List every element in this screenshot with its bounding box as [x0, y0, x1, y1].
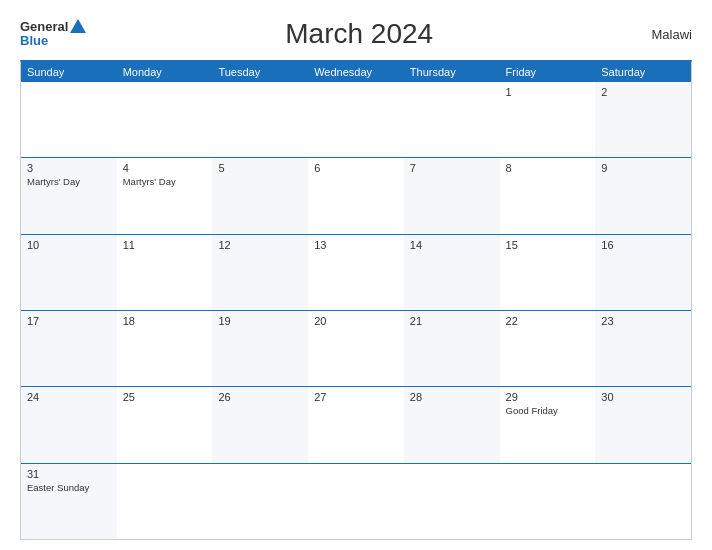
day-number: 15: [506, 239, 590, 251]
day-event: Martyrs' Day: [123, 176, 207, 187]
day-cell: [212, 82, 308, 157]
day-cell: 3Martyrs' Day: [21, 158, 117, 233]
day-cell: 4Martyrs' Day: [117, 158, 213, 233]
day-event: Martyrs' Day: [27, 176, 111, 187]
day-number: 20: [314, 315, 398, 327]
day-cell: 31Easter Sunday: [21, 464, 117, 539]
day-cell: 23: [595, 311, 691, 386]
day-number: 19: [218, 315, 302, 327]
day-cell: 26: [212, 387, 308, 462]
weeks: 123Martyrs' Day4Martyrs' Day567891011121…: [21, 82, 691, 539]
week-row: 242526272829Good Friday30: [21, 386, 691, 462]
header: General Blue March 2024 Malawi: [20, 18, 692, 50]
day-number: 31: [27, 468, 111, 480]
day-cell: 15: [500, 235, 596, 310]
day-cell: [595, 464, 691, 539]
logo-blue: Blue: [20, 34, 86, 48]
logo-general: General: [20, 20, 68, 34]
day-number: 5: [218, 162, 302, 174]
day-cell: 21: [404, 311, 500, 386]
day-cell: 10: [21, 235, 117, 310]
day-number: 10: [27, 239, 111, 251]
day-cell: [404, 464, 500, 539]
week-row: 10111213141516: [21, 234, 691, 310]
day-number: 14: [410, 239, 494, 251]
day-cell: 24: [21, 387, 117, 462]
day-cell: 12: [212, 235, 308, 310]
day-number: 11: [123, 239, 207, 251]
day-header: Thursday: [404, 62, 500, 82]
day-number: 6: [314, 162, 398, 174]
day-cell: 1: [500, 82, 596, 157]
day-cell: [21, 82, 117, 157]
day-cell: [117, 82, 213, 157]
day-number: 17: [27, 315, 111, 327]
page: General Blue March 2024 Malawi SundayMon…: [0, 0, 712, 550]
day-number: 8: [506, 162, 590, 174]
day-cell: [404, 82, 500, 157]
day-number: 25: [123, 391, 207, 403]
day-header: Monday: [117, 62, 213, 82]
day-number: 24: [27, 391, 111, 403]
day-cell: 5: [212, 158, 308, 233]
day-header: Wednesday: [308, 62, 404, 82]
day-number: 21: [410, 315, 494, 327]
day-header: Saturday: [595, 62, 691, 82]
logo-block: General Blue: [20, 20, 86, 49]
day-cell: 28: [404, 387, 500, 462]
day-number: 2: [601, 86, 685, 98]
day-cell: 7: [404, 158, 500, 233]
day-event: Easter Sunday: [27, 482, 111, 493]
day-cell: [308, 82, 404, 157]
calendar: SundayMondayTuesdayWednesdayThursdayFrid…: [20, 60, 692, 540]
day-number: 7: [410, 162, 494, 174]
day-number: 12: [218, 239, 302, 251]
day-number: 28: [410, 391, 494, 403]
day-cell: 11: [117, 235, 213, 310]
day-number: 22: [506, 315, 590, 327]
day-cell: 19: [212, 311, 308, 386]
day-cell: [500, 464, 596, 539]
day-number: 9: [601, 162, 685, 174]
day-cell: 17: [21, 311, 117, 386]
day-cell: 29Good Friday: [500, 387, 596, 462]
day-number: 23: [601, 315, 685, 327]
day-header: Tuesday: [212, 62, 308, 82]
country-label: Malawi: [632, 27, 692, 42]
calendar-title: March 2024: [86, 18, 632, 50]
day-cell: 8: [500, 158, 596, 233]
day-number: 18: [123, 315, 207, 327]
day-number: 27: [314, 391, 398, 403]
week-row: 3Martyrs' Day4Martyrs' Day56789: [21, 157, 691, 233]
day-cell: 13: [308, 235, 404, 310]
day-headers: SundayMondayTuesdayWednesdayThursdayFrid…: [21, 62, 691, 82]
week-row: 12: [21, 82, 691, 157]
day-number: 30: [601, 391, 685, 403]
day-cell: 30: [595, 387, 691, 462]
day-cell: 9: [595, 158, 691, 233]
logo-top-row: General: [20, 20, 86, 34]
day-cell: 20: [308, 311, 404, 386]
day-cell: 25: [117, 387, 213, 462]
day-cell: [212, 464, 308, 539]
day-cell: 22: [500, 311, 596, 386]
logo: General Blue: [20, 20, 86, 49]
logo-triangle-icon: [70, 19, 86, 33]
week-row: 17181920212223: [21, 310, 691, 386]
day-cell: 27: [308, 387, 404, 462]
day-number: 16: [601, 239, 685, 251]
day-cell: 2: [595, 82, 691, 157]
day-cell: 6: [308, 158, 404, 233]
day-number: 13: [314, 239, 398, 251]
day-header: Sunday: [21, 62, 117, 82]
day-cell: 16: [595, 235, 691, 310]
day-number: 4: [123, 162, 207, 174]
day-number: 3: [27, 162, 111, 174]
day-cell: 14: [404, 235, 500, 310]
week-row: 31Easter Sunday: [21, 463, 691, 539]
day-number: 26: [218, 391, 302, 403]
day-number: 29: [506, 391, 590, 403]
day-number: 1: [506, 86, 590, 98]
day-header: Friday: [500, 62, 596, 82]
day-event: Good Friday: [506, 405, 590, 416]
